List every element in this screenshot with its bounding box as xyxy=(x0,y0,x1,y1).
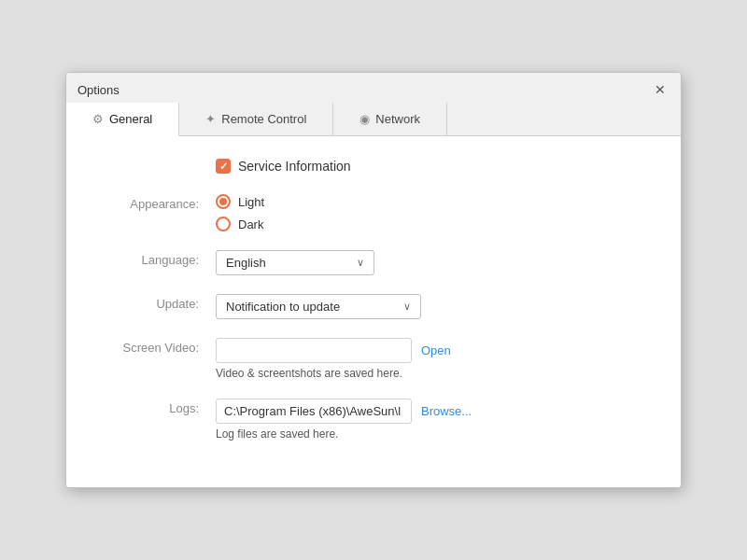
tab-general[interactable]: ⚙ General xyxy=(66,103,179,136)
light-label: Light xyxy=(238,195,264,209)
appearance-dark[interactable]: Dark xyxy=(216,217,643,231)
open-button[interactable]: Open xyxy=(421,343,451,357)
service-information-row: Service Information xyxy=(104,159,643,174)
language-control: English ∨ xyxy=(216,250,643,275)
update-dropdown[interactable]: Notification to update ∨ xyxy=(216,294,421,319)
service-information-label: Service Information xyxy=(238,159,351,174)
appearance-label: Appearance: xyxy=(104,194,216,211)
appearance-light[interactable]: Light xyxy=(216,194,643,209)
browse-button[interactable]: Browse... xyxy=(421,404,472,418)
language-dropdown[interactable]: English ∨ xyxy=(216,250,374,275)
light-radio[interactable] xyxy=(216,194,231,209)
chevron-down-icon: ∨ xyxy=(403,301,411,313)
logs-input-row: Browse... xyxy=(216,399,643,424)
remote-icon: ✦ xyxy=(205,112,216,126)
logs-hint: Log files are saved here. xyxy=(216,427,643,441)
update-label: Update: xyxy=(104,294,216,311)
network-icon: ◉ xyxy=(359,112,370,126)
screen-video-label: Screen Video: xyxy=(104,338,216,355)
logs-row: Logs: Browse... Log files are saved here… xyxy=(104,399,643,441)
language-row: Language: English ∨ xyxy=(104,250,643,275)
dialog-title: Options xyxy=(78,83,120,97)
appearance-control: Light Dark xyxy=(216,194,643,231)
logs-input[interactable] xyxy=(216,399,412,424)
logs-label: Logs: xyxy=(104,399,216,415)
tab-content: Service Information Appearance: Light Da… xyxy=(66,136,681,487)
update-control: Notification to update ∨ xyxy=(216,294,643,319)
language-label: Language: xyxy=(104,250,216,267)
language-selected: English xyxy=(226,256,266,270)
tab-remote-control[interactable]: ✦ Remote Control xyxy=(179,103,333,135)
update-selected: Notification to update xyxy=(226,300,340,314)
chevron-down-icon: ∨ xyxy=(357,257,364,269)
logs-control: Browse... Log files are saved here. xyxy=(216,399,643,441)
options-dialog: Options ✕ ⚙ General ✦ Remote Control ◉ N… xyxy=(65,72,682,488)
gear-icon: ⚙ xyxy=(92,112,104,126)
appearance-row: Appearance: Light Dark xyxy=(104,194,643,231)
dark-radio[interactable] xyxy=(216,217,231,231)
service-information-checkbox[interactable] xyxy=(216,159,231,174)
close-button[interactable]: ✕ xyxy=(651,80,669,99)
screen-video-row: Screen Video: Open Video & screentshots … xyxy=(104,338,643,380)
screen-video-input-row: Open xyxy=(216,338,643,363)
screen-video-control: Open Video & screentshots are saved here… xyxy=(216,338,643,380)
title-bar: Options ✕ xyxy=(66,73,681,103)
tab-bar: ⚙ General ✦ Remote Control ◉ Network xyxy=(66,103,681,136)
tab-network[interactable]: ◉ Network xyxy=(333,103,447,135)
update-row: Update: Notification to update ∨ xyxy=(104,294,643,319)
appearance-radio-group: Light Dark xyxy=(216,194,643,231)
screen-video-input[interactable] xyxy=(216,338,412,363)
dark-label: Dark xyxy=(238,217,263,231)
screen-video-hint: Video & screentshots are saved here. xyxy=(216,367,643,380)
